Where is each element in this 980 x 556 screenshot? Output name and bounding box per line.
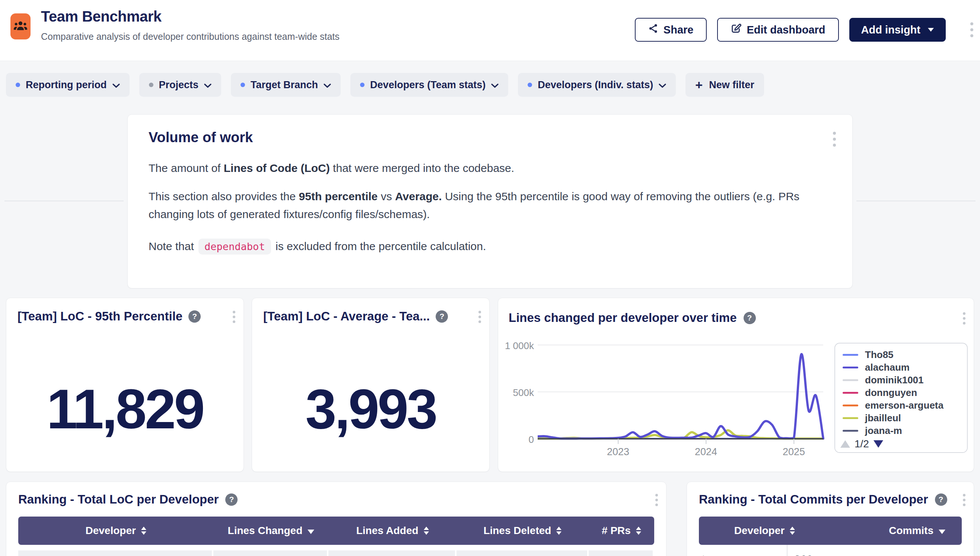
metric-title: [Team] LoC - Average - Tea... xyxy=(263,309,430,323)
column-header-commits[interactable]: Commits xyxy=(830,517,962,545)
legend-item-donnguyen[interactable]: donnguyen xyxy=(842,387,963,399)
y-axis-tick-1000k: 1 000k xyxy=(498,340,534,352)
header-actions: Share Edit dashboard Add insight xyxy=(635,18,946,42)
filter-chip-target-branch[interactable]: Target Branch xyxy=(231,73,341,97)
legend-line-swatch xyxy=(842,430,858,432)
section-divider-right xyxy=(856,200,975,201)
legend-line-swatch xyxy=(842,417,858,419)
legend-line-swatch xyxy=(842,404,858,406)
ranking-loc-table-card: Ranking - Total LoC per Developer ? Deve… xyxy=(6,482,666,556)
filter-status-dot xyxy=(16,82,20,87)
legend-line-swatch xyxy=(842,379,858,381)
share-button-label: Share xyxy=(664,24,694,36)
help-icon[interactable]: ? xyxy=(436,310,448,323)
x-axis-tick-2024: 2024 xyxy=(684,446,728,458)
sort-icon xyxy=(790,527,795,535)
help-icon[interactable]: ? xyxy=(225,493,238,506)
table-cell xyxy=(18,550,212,556)
legend-item-alachaum[interactable]: alachaum xyxy=(842,361,963,373)
column-header-label: Developer xyxy=(85,525,136,537)
share-icon xyxy=(648,23,658,36)
table-row[interactable]: tomazornour 260 xyxy=(699,545,962,556)
column-header-lines-deleted[interactable]: Lines Deleted xyxy=(457,517,589,545)
legend-item-label: jbailleul xyxy=(865,412,901,424)
table-cell xyxy=(457,550,587,556)
dependabot-code-chip: dependabot xyxy=(198,239,271,255)
metric-card-menu-button[interactable] xyxy=(478,311,481,323)
filter-status-dot xyxy=(528,82,532,87)
commits-cell: 260 xyxy=(787,545,962,556)
legend-item-tho85[interactable]: Tho85 xyxy=(842,349,963,361)
sort-desc-icon xyxy=(308,530,314,534)
filter-status-dot xyxy=(360,82,364,87)
sort-icon xyxy=(141,527,146,535)
table-title: Ranking - Total Commits per Developer xyxy=(699,492,928,506)
legend-line-swatch xyxy=(842,354,858,356)
column-header-label: Commits xyxy=(889,525,933,537)
new-filter-label: New filter xyxy=(709,79,754,91)
table-cell xyxy=(329,550,455,556)
metric-card-loc-average: [Team] LoC - Average - Tea... ? 3,993 xyxy=(252,298,490,472)
filter-chip-developers-indiv-stats[interactable]: Developers (Indiv. stats) xyxy=(518,73,676,97)
chevron-down-icon xyxy=(491,79,499,91)
metric-value: 11,829 xyxy=(6,377,243,441)
column-header-label: Lines Deleted xyxy=(483,525,551,537)
column-header-prs[interactable]: # PRs xyxy=(589,517,654,545)
legend-item-label: joana-m xyxy=(865,425,902,436)
legend-item-label: emerson-argueta xyxy=(865,400,943,411)
metric-card-menu-button[interactable] xyxy=(233,311,235,323)
column-header-lines-added[interactable]: Lines Added xyxy=(329,517,456,545)
legend-item-jbailleul[interactable]: jbailleul xyxy=(842,412,963,424)
legend-pagination: 1/2 xyxy=(835,436,967,452)
share-button[interactable]: Share xyxy=(635,18,707,42)
table-row[interactable] xyxy=(18,550,654,556)
table-card-menu-button[interactable] xyxy=(963,494,965,506)
legend-page-down-icon[interactable] xyxy=(873,440,883,448)
filter-chip-reporting-period[interactable]: Reporting period xyxy=(6,73,130,97)
chart-legend: Tho85alachaumdominik1001donnguyenemerson… xyxy=(834,343,968,453)
table-card-menu-button[interactable] xyxy=(655,494,658,506)
chart-card-menu-button[interactable] xyxy=(963,312,965,325)
legend-item-joana-m[interactable]: joana-m xyxy=(842,425,963,437)
dashboard-menu-button[interactable] xyxy=(970,22,973,37)
volume-card-menu-button[interactable] xyxy=(833,132,836,147)
chevron-down-icon xyxy=(659,79,666,91)
legend-item-label: dominik1001 xyxy=(865,374,924,386)
sort-icon xyxy=(636,527,641,535)
help-icon[interactable]: ? xyxy=(935,493,947,506)
help-icon[interactable]: ? xyxy=(744,312,756,324)
table-cell xyxy=(213,550,327,556)
filter-chip-label: Target Branch xyxy=(251,79,318,91)
sort-icon xyxy=(556,527,562,535)
legend-page-indicator: 1/2 xyxy=(855,438,869,450)
help-icon[interactable]: ? xyxy=(188,310,201,323)
edit-dashboard-label: Edit dashboard xyxy=(747,24,825,36)
line-chart-plot[interactable] xyxy=(538,339,824,449)
team-icon xyxy=(13,18,28,35)
edit-dashboard-button[interactable]: Edit dashboard xyxy=(717,18,839,42)
legend-item-emerson-argueta[interactable]: emerson-argueta xyxy=(842,399,963,412)
filter-chip-label: Developers (Team stats) xyxy=(370,79,486,91)
column-header-developer[interactable]: Developer xyxy=(18,517,213,545)
add-insight-button[interactable]: Add insight xyxy=(849,18,946,42)
filter-chip-developers-team-stats[interactable]: Developers (Team stats) xyxy=(350,73,508,97)
filter-chip-label: Developers (Indiv. stats) xyxy=(538,79,653,91)
page-subtitle: Comparative analysis of developer contri… xyxy=(41,31,340,42)
legend-item-label: donnguyen xyxy=(865,387,917,399)
filter-status-dot xyxy=(149,82,154,87)
new-filter-button[interactable]: + New filter xyxy=(685,73,764,97)
chevron-down-icon xyxy=(928,28,934,32)
y-axis-tick-0: 0 xyxy=(498,434,534,446)
legend-page-up-icon[interactable] xyxy=(841,440,850,448)
dashboard-icon-tile xyxy=(10,13,31,39)
y-axis-tick-500k: 500k xyxy=(498,387,534,399)
section-divider-left xyxy=(5,200,124,201)
chevron-down-icon xyxy=(204,79,212,91)
volume-paragraph-3: Note that dependabot is excluded from th… xyxy=(149,238,808,255)
legend-line-swatch xyxy=(842,392,858,394)
legend-item-dominik1001[interactable]: dominik1001 xyxy=(842,374,963,386)
column-header-lines-changed[interactable]: Lines Changed xyxy=(213,517,329,545)
dashboard-page: Team Benchmark Comparative analysis of d… xyxy=(0,0,980,556)
column-header-developer[interactable]: Developer xyxy=(699,517,830,545)
filter-chip-projects[interactable]: Projects xyxy=(139,73,222,97)
